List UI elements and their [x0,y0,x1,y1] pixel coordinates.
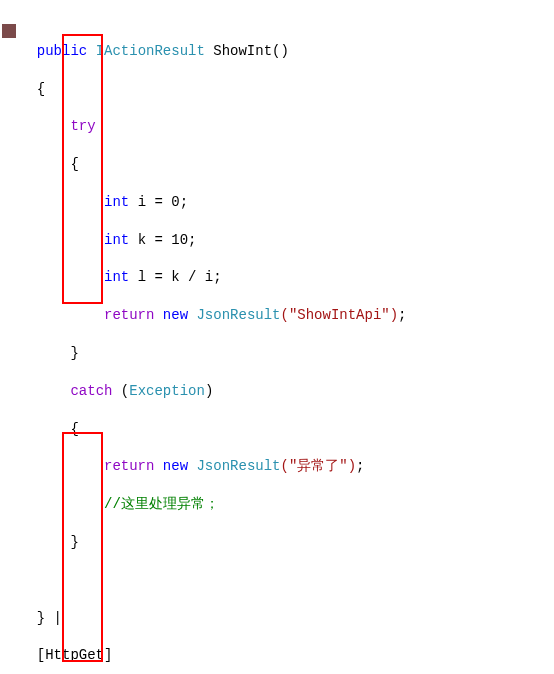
keyword-new: new [163,307,188,323]
literal: 0 [171,194,179,210]
keyword-catch: catch [70,383,112,399]
brace: } [70,534,78,550]
code-line: int l = k / i; [20,268,554,287]
code-line: int k = 10; [20,231,554,250]
return-type: IActionResult [96,43,205,59]
paren: ( [112,383,129,399]
code-line: return new JsonResult("异常了"); [20,457,554,476]
code-line: [HttpGet] [20,646,554,665]
comment: //这里处理异常； [104,496,219,512]
code-editor[interactable]: public IActionResult ShowInt() { try { i… [0,0,554,674]
code-line: try [20,117,554,136]
attribute: [HttpGet] [37,647,113,663]
type-name: JsonResult [196,458,280,474]
parens: () [272,43,289,59]
semi: ; [188,232,196,248]
code-line: return new JsonResult("ShowIntApi"); [20,306,554,325]
code-line: //这里处理异常； [20,495,554,514]
type-name: JsonResult [196,307,280,323]
keyword-try: try [70,118,95,134]
brace: { [70,156,78,172]
code-line [20,571,554,590]
brace: { [37,81,45,97]
keyword-int: int [104,232,129,248]
literal: 10 [171,232,188,248]
string-literal: ("ShowIntApi") [280,307,398,323]
brace: } [70,345,78,361]
code-line: int i = 0; [20,193,554,212]
code-line: { [20,80,554,99]
brace: { [70,421,78,437]
brace: } | [37,610,62,626]
var-decl: k = [129,232,171,248]
code-line: catch (Exception) [20,382,554,401]
semi: ; [356,458,364,474]
keyword-new: new [163,458,188,474]
type-name: Exception [129,383,205,399]
keyword-return: return [104,458,154,474]
semi: ; [398,307,406,323]
var-decl: i = [129,194,171,210]
string-literal: ("异常了") [280,458,356,474]
code-line: } [20,533,554,552]
keyword-public: public [37,43,87,59]
keyword-return: return [104,307,154,323]
paren: ) [205,383,213,399]
var-decl: l = k / i; [129,269,221,285]
code-line: { [20,155,554,174]
code-line: } | [20,609,554,628]
code-line: public IActionResult ShowInt() [20,42,554,61]
keyword-int: int [104,194,129,210]
method-name: ShowInt [213,43,272,59]
code-line: { [20,420,554,439]
semi: ; [180,194,188,210]
code-line: } [20,344,554,363]
keyword-int: int [104,269,129,285]
breakpoint-marker[interactable] [2,24,16,38]
